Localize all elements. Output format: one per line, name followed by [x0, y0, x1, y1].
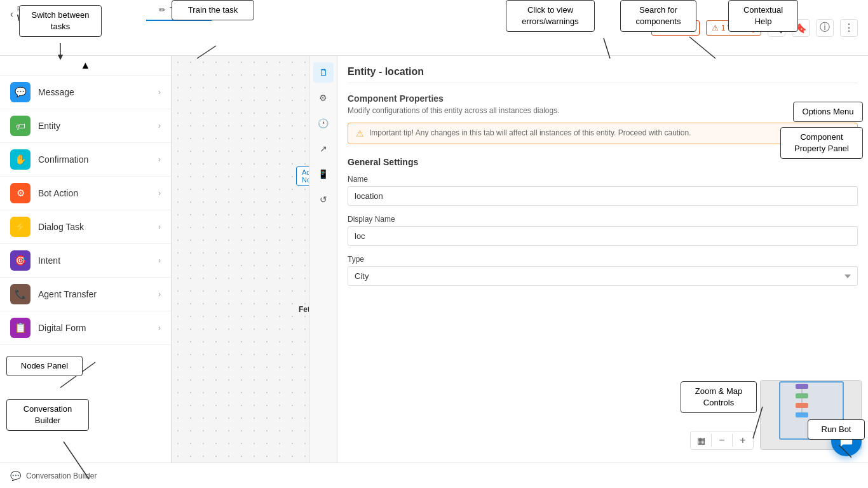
intent-node-icon: 🎯 [10, 250, 31, 271]
conversation-builder-tooltip: Conversation Builder [6, 399, 89, 431]
display-name-label: Display Name [348, 215, 858, 224]
name-input[interactable] [348, 186, 858, 206]
node-item-bot-action[interactable]: ⚙ Bot Action › [0, 177, 171, 210]
scroll-up-btn[interactable]: ▲ [0, 56, 171, 76]
section-desc: Modify configurations of this entity acr… [348, 106, 858, 115]
bot-action-chevron-icon: › [158, 189, 161, 198]
intent-node-label: Intent [38, 255, 60, 266]
refresh-icon: ↺ [320, 194, 327, 205]
entity-node-label: Entity [38, 121, 60, 131]
zoom-controls: ▦ − + [690, 431, 754, 450]
dialog-task-node-label: Dialog Task [38, 222, 84, 232]
fetch-weather-title: FetchWeather_Action01 [299, 305, 309, 314]
entity-chevron-icon: › [158, 121, 161, 130]
chevron-up-icon: ▲ [81, 60, 91, 71]
view-errors-label: Click to view errors/warnings [522, 5, 579, 26]
properties-icon: 🗒 [319, 67, 328, 78]
display-name-input[interactable] [348, 226, 858, 246]
digital-form-node-label: Digital Form [38, 323, 86, 333]
message-node-icon: 💬 [10, 82, 31, 102]
entity-node-icon: 🏷 [10, 116, 31, 136]
search-components-tooltip: Search for components [620, 0, 696, 32]
clock-icon: 🕐 [318, 118, 329, 128]
type-field: Type City String Number Date Email [348, 255, 858, 286]
run-bot-tooltip: Run Bot [808, 419, 865, 440]
panel-title: Entity - location [348, 66, 858, 83]
breadcrumb-back-btn[interactable]: ‹ [10, 9, 13, 19]
help-btn[interactable]: ⓘ [816, 19, 834, 37]
node-item-message[interactable]: 💬 Message › [0, 76, 171, 109]
fetch-weather-node[interactable]: + FetchWeather_Action01 Bot Action [299, 272, 309, 322]
zoom-in-btn[interactable]: + [735, 433, 750, 448]
agent-transfer-node-label: Agent Transfer [38, 289, 97, 299]
section-title: Component Properties [348, 93, 858, 104]
train-task-tooltip: Train the task [172, 0, 254, 20]
properties-sidebar-btn[interactable]: 🗒 [313, 62, 334, 83]
message-node-label: Message [38, 87, 74, 97]
nodes-panel-tooltip: Nodes Panel [6, 356, 83, 376]
phone-sidebar-btn[interactable]: 📱 [313, 164, 334, 184]
share-sidebar-btn[interactable]: ↗ [313, 139, 334, 159]
switch-tasks-label: Switch between tasks [31, 10, 89, 31]
bot-action-node-icon: ⚙ [10, 183, 31, 203]
node-item-agent-transfer[interactable]: 📞 Agent Transfer › [0, 278, 171, 311]
training-icon: ✏ [159, 5, 166, 15]
node-item-intent[interactable]: 🎯 Intent › [0, 244, 171, 278]
confirmation-node-label: Confirmation [38, 154, 88, 165]
add-node-btn[interactable]: Add Node [296, 166, 309, 186]
zoom-map-tooltip: Zoom & Map Controls [681, 381, 757, 413]
contextual-help-tooltip: Contextual Help [728, 0, 798, 32]
name-field: Name [348, 175, 858, 206]
switch-tasks-tooltip: Switch between tasks [19, 5, 102, 37]
run-bot-label: Run Bot [822, 424, 851, 434]
phone-icon: 📱 [318, 169, 329, 179]
more-icon: ⋮ [844, 22, 854, 34]
contextual-help-label: Contextual Help [743, 5, 783, 26]
settings-sidebar-btn[interactable]: ⚙ [313, 88, 334, 108]
component-property-panel-tooltip: Component Property Panel [780, 127, 863, 159]
node-item-confirmation[interactable]: ✋ Confirmation › [0, 143, 171, 177]
canvas-area: Weather Report Intent Add Node location … [172, 56, 309, 463]
dialog-task-node-icon: ⚡ [10, 217, 31, 237]
confirmation-node-icon: ✋ [10, 149, 31, 170]
options-menu-label: Options Menu [803, 107, 854, 116]
search-components-label: Search for components [636, 5, 681, 26]
help-icon: ⓘ [820, 21, 830, 34]
refresh-sidebar-btn[interactable]: ↺ [313, 189, 334, 210]
component-property-panel-label: Component Property Panel [794, 132, 849, 153]
agent-transfer-node-icon: 📞 [10, 284, 31, 304]
warning-notice-icon: ⚠ [356, 128, 364, 139]
conversation-builder-label: Conversation Builder [26, 471, 97, 480]
node-item-digital-form[interactable]: 📋 Digital Form › [0, 311, 171, 345]
name-label: Name [348, 175, 858, 184]
type-select[interactable]: City String Number Date Email [348, 266, 858, 286]
canvas-svg [172, 56, 309, 463]
train-task-label: Train the task [188, 5, 238, 15]
node-item-dialog-task[interactable]: ⚡ Dialog Task › [0, 210, 171, 244]
grid-toggle-btn[interactable]: ▦ [693, 433, 709, 448]
view-errors-tooltip: Click to view errors/warnings [506, 0, 595, 32]
conversation-builder-tooltip-label: Conversation Builder [24, 404, 72, 425]
more-options-btn[interactable]: ⋮ [840, 19, 858, 37]
type-label: Type [348, 255, 858, 264]
agent-transfer-chevron-icon: › [158, 290, 161, 299]
clock-sidebar-btn[interactable]: 🕐 [313, 113, 334, 133]
warning-text: Important tip! Any changes in this tab w… [369, 128, 691, 139]
settings-icon: ⚙ [319, 93, 327, 103]
warning-circle-icon: ⚠ [712, 24, 719, 32]
confirmation-chevron-icon: › [158, 155, 161, 164]
options-menu-tooltip: Options Menu [793, 102, 863, 122]
zoom-out-btn[interactable]: − [714, 433, 729, 448]
node-item-entity[interactable]: 🏷 Entity › [0, 109, 171, 143]
digital-form-chevron-icon: › [158, 323, 161, 332]
general-settings: General Settings Name Display Name Type … [348, 157, 858, 286]
dialog-task-chevron-icon: › [158, 222, 161, 231]
digital-form-node-icon: 📋 [10, 318, 31, 338]
share-icon: ↗ [320, 144, 327, 154]
nodes-panel-label: Nodes Panel [21, 361, 68, 370]
display-name-field: Display Name [348, 215, 858, 246]
bot-action-node-label: Bot Action [38, 188, 78, 198]
bottom-bar: 💬 Conversation Builder [0, 463, 868, 488]
flow-canvas[interactable]: Weather Report Intent Add Node location … [172, 56, 309, 463]
intent-chevron-icon: › [158, 256, 161, 265]
